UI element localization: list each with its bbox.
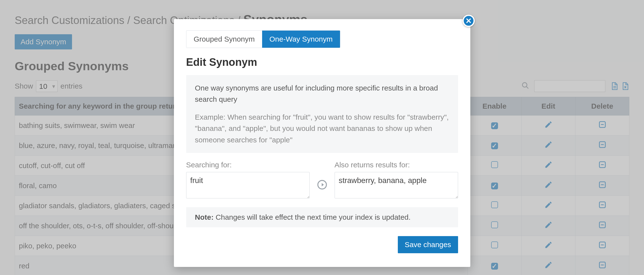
info-main-text: One way synonyms are useful for includin…	[195, 82, 449, 105]
label-also-returns: Also returns results for:	[334, 161, 458, 169]
arrow-right-circle-icon	[317, 180, 327, 192]
label-searching-for: Searching for:	[186, 161, 310, 169]
info-box: One way synonyms are useful for includin…	[186, 75, 458, 153]
edit-synonym-modal: ✕ Grouped Synonym One-Way Synonym Edit S…	[174, 19, 470, 267]
modal-title: Edit Synonym	[186, 56, 458, 68]
save-changes-button[interactable]: Save changes	[398, 236, 458, 253]
tab-grouped-synonym[interactable]: Grouped Synonym	[186, 30, 262, 48]
synonym-type-tabs: Grouped Synonym One-Way Synonym	[186, 30, 340, 48]
close-button[interactable]: ✕	[462, 15, 475, 27]
note-box: Note: Changes will take effect the next …	[186, 207, 458, 227]
searching-for-input[interactable]	[186, 172, 310, 198]
note-text: Changes will take effect the next time y…	[214, 213, 410, 221]
tab-oneway-synonym[interactable]: One-Way Synonym	[262, 30, 340, 48]
also-returns-input[interactable]	[334, 172, 458, 198]
note-prefix: Note:	[195, 213, 214, 221]
close-icon: ✕	[466, 16, 472, 25]
info-example-text: Example: When searching for "fruit", you…	[195, 112, 449, 146]
